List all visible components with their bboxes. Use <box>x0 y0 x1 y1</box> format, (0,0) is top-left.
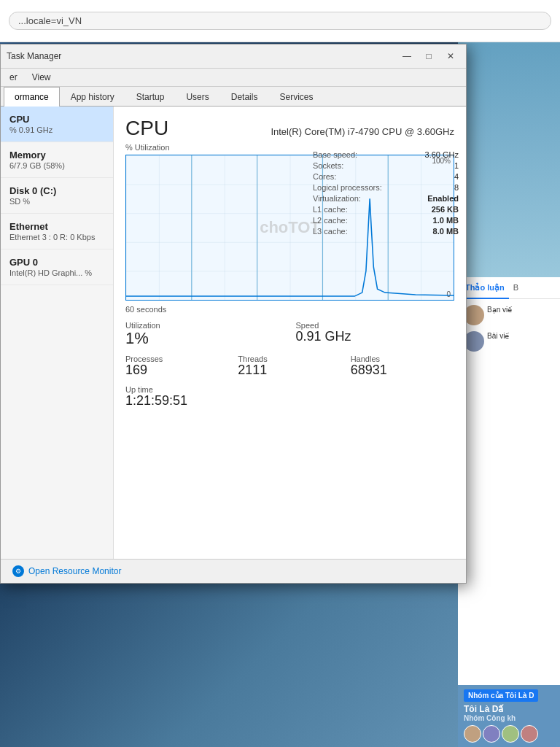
main-content: CPU % 0.91 GHz Memory 6/7.9 GB (58%) Dis… <box>1 107 466 559</box>
stat-speed: Speed 0.91 GHz <box>296 321 455 347</box>
tm-cpu-content: CPU Intel(R) Core(TM) i7-4790 CPU @ 3.60… <box>114 107 466 559</box>
l3-value: 8.0 MB <box>433 227 459 236</box>
cpu-header: CPU Intel(R) Core(TM) i7-4790 CPU @ 3.60… <box>125 117 454 140</box>
processes-value: 169 <box>125 363 229 378</box>
tab-performance[interactable]: ormance <box>4 87 60 107</box>
notification-item: Bài viế <box>464 331 554 352</box>
notif-text: Bài viế <box>487 331 509 341</box>
menu-file[interactable]: er <box>7 71 20 84</box>
utilization-label: Utilization <box>125 321 284 330</box>
window-title: Task Manager <box>7 51 61 61</box>
sidebar-item-gpu[interactable]: GPU 0 Intel(R) HD Graphi... % <box>1 249 113 285</box>
info-base-speed: Base speed: 3.60 GHz <box>313 150 459 159</box>
stat-processes: Processes 169 <box>125 355 229 378</box>
group-label: Nhóm của Tôi Là D <box>464 689 538 702</box>
tab-users[interactable]: Users <box>175 87 219 107</box>
l1-label: L1 cache: <box>313 205 348 214</box>
open-resource-monitor-link[interactable]: Open Resource Monitor <box>28 566 121 576</box>
sidebar-item-cpu[interactable]: CPU % 0.91 GHz <box>1 107 113 142</box>
logical-value: 8 <box>454 183 459 192</box>
sidebar-item-ethernet[interactable]: Ethernet Ethernet 3 : 0 R: 0 Kbps <box>1 214 113 249</box>
group-banner: Nhóm của Tôi Là D Tôi Là Dấ Nhóm Công kh <box>458 685 560 747</box>
sidebar-ethernet-name: Ethernet <box>9 221 104 232</box>
base-speed-value: 3.60 GHz <box>425 150 459 159</box>
close-button[interactable]: ✕ <box>441 49 460 63</box>
notif-avatar <box>464 305 484 325</box>
l2-label: L2 cache: <box>313 216 348 225</box>
speed-value: 0.91 GHz <box>296 330 455 344</box>
sidebar-gpu-name: GPU 0 <box>9 257 104 268</box>
sidebar-gpu-detail: Intel(R) HD Graphi... % <box>9 268 104 277</box>
cores-value: 4 <box>454 172 459 181</box>
uptime-section: Up time 1:21:59:51 <box>125 385 454 409</box>
info-l2: L2 cache: 1.0 MB <box>313 216 459 225</box>
virtualization-label: Virtualization: <box>313 194 361 203</box>
base-speed-label: Base speed: <box>313 150 357 159</box>
utilization-value: 1% <box>125 330 284 347</box>
cpu-title: CPU <box>125 117 168 140</box>
stat-threads: Threads 2111 <box>238 355 341 378</box>
cpu-model: Intel(R) Core(TM) i7-4790 CPU @ 3.60GHz <box>271 126 454 137</box>
tab-startup[interactable]: Startup <box>125 87 176 107</box>
right-panel-tabs: Thảo luận B <box>458 277 560 299</box>
right-panel-content: Bạn viế Bài viế <box>458 299 560 363</box>
uptime-value: 1:21:59:51 <box>125 394 454 409</box>
title-controls: — □ ✕ <box>397 49 460 63</box>
sidebar-item-disk[interactable]: Disk 0 (C:) SD % <box>1 178 113 214</box>
avatar <box>502 725 519 743</box>
minimize-button[interactable]: — <box>397 49 416 63</box>
sidebar-cpu-detail: % 0.91 GHz <box>9 125 104 134</box>
logical-label: Logical processors: <box>313 183 382 192</box>
tabs-bar: ormance App history Startup Users Detail… <box>1 87 466 107</box>
menu-options[interactable]: View <box>29 71 54 84</box>
title-bar: Task Manager — □ ✕ <box>1 44 466 69</box>
cores-label: Cores: <box>313 172 336 181</box>
maximize-button[interactable]: □ <box>419 49 438 63</box>
l2-value: 1.0 MB <box>433 216 459 225</box>
info-logical: Logical processors: 8 <box>313 183 459 192</box>
info-virtualization: Virtualization: Enabled <box>313 194 459 203</box>
sidebar-item-memory[interactable]: Memory 6/7.9 GB (58%) <box>1 142 113 178</box>
tab-thao-luan[interactable]: Thảo luận <box>461 277 509 298</box>
notification-item: Bạn viế <box>464 305 554 325</box>
avatars-row <box>464 725 554 743</box>
right-panel: Nhóm của Tôi Là D Tôi Là Dấ Nhóm Công kh… <box>458 0 560 747</box>
task-manager-window: Task Manager — □ ✕ er View ormance App h… <box>0 44 467 584</box>
tab-details[interactable]: Details <box>220 87 269 107</box>
info-panel: Base speed: 3.60 GHz Sockets: 1 Cores: 4… <box>313 150 459 238</box>
sidebar-cpu-name: CPU <box>9 114 104 125</box>
info-sockets: Sockets: 1 <box>313 161 459 170</box>
info-l3: L3 cache: 8.0 MB <box>313 227 459 236</box>
stat-utilization: Utilization 1% <box>125 321 284 347</box>
handles-value: 68931 <box>351 363 454 378</box>
group-name: Tôi Là Dấ <box>464 704 554 714</box>
sidebar-disk-name: Disk 0 (C:) <box>9 185 104 196</box>
stat-handles: Handles 68931 <box>351 355 454 378</box>
virtualization-value: Enabled <box>427 194 459 203</box>
menu-bar: er View <box>1 69 466 87</box>
group-subtitle: Nhóm Công kh <box>464 714 554 722</box>
info-cores: Cores: 4 <box>313 172 459 181</box>
tab-b[interactable]: B <box>509 277 523 298</box>
info-l1: L1 cache: 256 KB <box>313 205 459 214</box>
avatar <box>521 725 538 743</box>
graph-time-label: 60 seconds <box>125 305 454 314</box>
sidebar-disk-detail: SD % <box>9 197 104 206</box>
bottom-bar: ⚙ Open Resource Monitor <box>1 559 466 583</box>
sidebar-memory-name: Memory <box>9 150 104 160</box>
comment-text: Bạn viế <box>487 305 512 314</box>
sidebar-memory-detail: 6/7.9 GB (58%) <box>9 161 104 170</box>
url-bar: ...locale=vi_VN <box>0 0 560 42</box>
tab-apphistory[interactable]: App history <box>60 87 125 107</box>
l3-label: L3 cache: <box>313 227 348 236</box>
l1-value: 256 KB <box>432 205 459 214</box>
sockets-label: Sockets: <box>313 161 343 170</box>
avatar <box>464 725 481 743</box>
notif-avatar <box>464 331 484 352</box>
title-bar-left: Task Manager <box>7 51 61 61</box>
url-input[interactable]: ...locale=vi_VN <box>9 12 551 30</box>
resource-monitor-icon: ⚙ <box>12 565 24 577</box>
tm-sidebar: CPU % 0.91 GHz Memory 6/7.9 GB (58%) Dis… <box>1 107 114 559</box>
sockets-value: 1 <box>454 161 459 170</box>
tab-services[interactable]: Services <box>268 87 324 107</box>
